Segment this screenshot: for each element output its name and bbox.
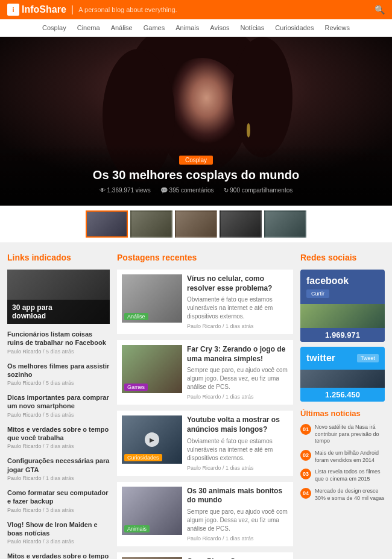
link-item[interactable]: Como formatar seu computador e fazer bac… <box>7 488 110 513</box>
news-title: Últimas notícias <box>300 409 385 418</box>
post-category: Curiosidades <box>124 454 162 461</box>
link-item-meta: Paulo Ricardo / 5 dias atrás <box>7 380 110 386</box>
link-item[interactable]: Os melhores filmes para assistir sozinho… <box>7 362 110 387</box>
post-title: Youtube volta a mostrar os anúncios mais… <box>187 415 288 434</box>
post-item[interactable]: ▶ Curiosidades Youtube volta a mostrar o… <box>117 411 293 475</box>
link-item[interactable]: Configurações necessárias para jogar GTA… <box>7 456 110 481</box>
post-title: Os 30 animais mais bonitos do mundo <box>187 487 288 505</box>
post-title: Vírus no celular, como resolver esse pro… <box>187 274 288 293</box>
news-title-accent: notícias <box>331 409 361 418</box>
post-info: Youtube volta a mostrar os anúncios mais… <box>187 415 288 470</box>
news-number: 02 <box>300 450 311 461</box>
news-number: 04 <box>300 488 311 499</box>
news-item[interactable]: 02 Mais de um bilhão Android foram vendi… <box>300 450 385 464</box>
nav-games[interactable]: Games <box>144 24 165 31</box>
nav-curiosidades[interactable]: Curiosidades <box>275 24 314 31</box>
nav-noticias[interactable]: Notícias <box>241 24 265 31</box>
twitter-image <box>300 370 385 388</box>
news-item[interactable]: 04 Mercado de design cresce 30% e soma d… <box>300 488 385 502</box>
news-text: Novo satélite da Nasa irá contribuir par… <box>315 424 385 445</box>
search-icon[interactable]: 🔍 <box>375 5 385 14</box>
post-meta: Paulo Ricardo / 1 dias atrás <box>187 394 288 400</box>
link-item-meta: Paulo Ricardo / 3 dias atrás <box>7 507 110 513</box>
post-excerpt: Sempre que paro, eu ajudo você com algum… <box>187 366 288 391</box>
news-text: Mercado de design cresce 30% e soma de 4… <box>315 488 385 502</box>
post-thumbnail: Games <box>122 345 182 393</box>
post-thumbnail: Animais <box>122 487 182 535</box>
link-item[interactable]: Dicas importantes para comprar um novo s… <box>7 393 110 418</box>
thumbnail-strip <box>0 206 392 243</box>
twitter-tweet-button[interactable]: Tweet <box>357 354 379 362</box>
link-item[interactable]: Funcionários listam coisas ruins de trab… <box>7 330 110 355</box>
nav-cosplay[interactable]: Cosplay <box>42 24 66 31</box>
twitter-top: twitter Tweet <box>300 347 385 370</box>
post-excerpt: Obviamente é fato que estamos vulnerávei… <box>187 437 288 463</box>
post-excerpt: Obviamente é fato que estamos vulnerávei… <box>187 295 288 321</box>
news-list: 01 Novo satélite da Nasa irá contribuir … <box>300 424 385 502</box>
news-item[interactable]: 03 Lista revela todos os filmes que o ci… <box>300 469 385 482</box>
twitter-widget[interactable]: twitter Tweet 1.256.450 <box>300 347 385 402</box>
thumb-3[interactable] <box>175 210 217 238</box>
hero-category[interactable]: Cosplay <box>179 156 213 165</box>
site-header: i InfoShare | A personal blog about ever… <box>0 0 392 19</box>
post-thumbnail: ▶ Curiosidades <box>122 415 182 464</box>
link-items: Funcionários listam coisas ruins de trab… <box>7 330 110 559</box>
thumb-5[interactable] <box>264 210 306 238</box>
news-text: Lista revela todos os filmes que o cinem… <box>315 469 385 482</box>
logo[interactable]: i InfoShare | A personal blog about ever… <box>7 4 177 16</box>
links-title: Links indicados <box>7 253 110 262</box>
thumb-4[interactable] <box>220 210 262 238</box>
link-item-title: Os melhores filmes para assistir sozinho <box>7 362 110 379</box>
link-item[interactable]: Mitos e verdades sobre o tempo que você … <box>7 425 110 450</box>
post-info: Far Cry 3: Zerando o jogo de uma maneira… <box>187 345 288 400</box>
social-title: Redes sociais <box>300 253 385 262</box>
social-title-static: Redes <box>300 253 328 262</box>
nav-reviews[interactable]: Reviews <box>324 24 350 31</box>
post-meta: Paulo Ricardo / 1 dias atrás <box>187 323 288 329</box>
nav-cinema[interactable]: Cinema <box>77 24 100 31</box>
logo-icon: i <box>7 4 19 16</box>
post-item[interactable]: Análise Vírus no celular, como resolver … <box>117 270 293 334</box>
hero-shares: ↻ 900 compartilhamentos <box>224 187 293 194</box>
posts-list: Análise Vírus no celular, como resolver … <box>117 270 293 559</box>
hero-title: Os 30 melhores cosplays do mundo <box>12 168 380 182</box>
thumb-2[interactable] <box>130 210 172 238</box>
main-content: Links indicados 30 app paradownload Func… <box>0 243 392 559</box>
post-title: Far Cry 3: Zerando o jogo de uma maneira… <box>187 345 288 364</box>
facebook-image <box>300 304 385 328</box>
thumb-1[interactable] <box>86 210 128 238</box>
post-item[interactable]: Games Far Cry 3: Zerando o jogo de uma m… <box>117 340 293 405</box>
post-info: Vírus no celular, como resolver esse pro… <box>187 274 288 329</box>
featured-link[interactable]: 30 app paradownload <box>7 270 110 324</box>
post-category: Games <box>124 384 148 391</box>
post-item[interactable]: Animais Os 30 animais mais bonitos do mu… <box>117 482 293 546</box>
links-title-static: Links <box>7 253 31 262</box>
post-category: Animais <box>124 525 150 532</box>
post-category: Análise <box>124 313 148 320</box>
nav-animais[interactable]: Animais <box>175 24 199 31</box>
play-button[interactable]: ▶ <box>145 432 159 447</box>
post-item[interactable]: Games GamePlay – Como passar as missões … <box>117 552 293 559</box>
link-item-meta: Paulo Ricardo / 7 dias atrás <box>7 443 110 449</box>
facebook-widget[interactable]: facebook Curtir 1.969.971 <box>300 270 385 342</box>
posts-title: Postagens recentes <box>117 253 293 262</box>
hero-comments: 💬 395 comentários <box>160 187 214 194</box>
nav-analise[interactable]: Análise <box>111 24 133 31</box>
link-item-title: Funcionários listam coisas ruins de trab… <box>7 330 110 347</box>
hero-overlay: Cosplay Os 30 melhores cosplays do mundo… <box>0 144 392 206</box>
logo-separator: | <box>71 4 74 15</box>
social-title-accent: sociais <box>328 253 356 262</box>
news-item[interactable]: 01 Novo satélite da Nasa irá contribuir … <box>300 424 385 445</box>
nav-avisos[interactable]: Avisos <box>210 24 229 31</box>
news-title-static: Últimas <box>300 409 331 418</box>
logo-tagline: A personal blog about everything. <box>78 6 177 13</box>
link-item-meta: Paulo Ricardo / 1 dias atrás <box>7 475 110 481</box>
facebook-like-button[interactable]: Curtir <box>306 289 329 298</box>
link-item-title: Como formatar seu computador e fazer bac… <box>7 488 110 506</box>
link-item[interactable]: Vlog! Show de Iron Maiden e boas notícia… <box>7 520 110 545</box>
link-item[interactable]: Mitos e verdades sobre o tempo que você … <box>7 552 110 559</box>
link-item-title: Dicas importantes para comprar um novo s… <box>7 393 110 411</box>
svg-point-4 <box>232 37 292 157</box>
facebook-label: facebook <box>306 276 379 286</box>
svg-point-5 <box>247 123 250 137</box>
